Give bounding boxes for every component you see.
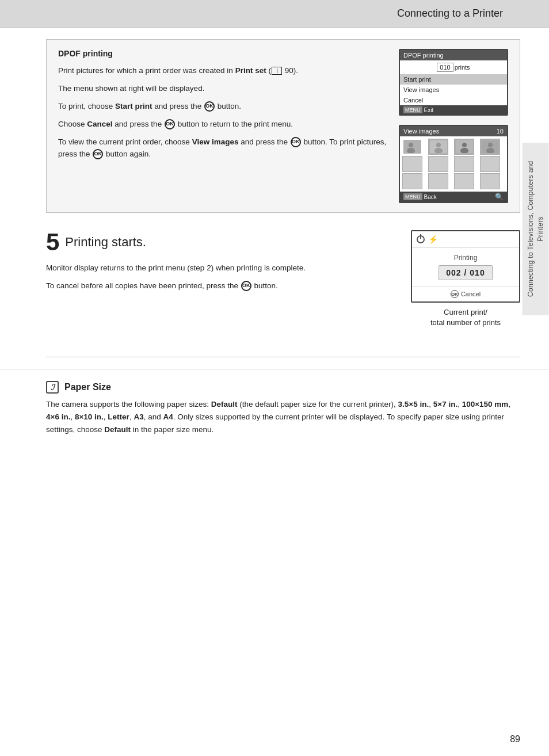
screen1-view-images: View images [400,85,507,95]
thumb-1 [402,139,422,155]
thumb-7 [454,156,474,172]
thumb-5 [402,156,422,172]
svg-point-4 [436,143,441,147]
screen2-title: View images [403,128,439,135]
page-title: Connecting to a Printer [397,7,503,20]
thumb-12 [480,173,500,189]
dpof-para-1: Print pictures for which a print order w… [58,65,387,77]
screen1-prints-label: prints [455,64,470,71]
screen2-footer-text: Back [424,194,437,200]
thumb-3 [454,139,474,155]
screen2-menu-label: MENU [403,193,422,200]
screen1-footer: MENU Exit [400,105,507,114]
thumb-9 [402,173,422,189]
thumbnails-grid [400,136,507,192]
printing-counter: 002 / 010 [439,265,492,280]
step5-para-1: Monitor display returns to the print men… [46,262,399,274]
dpof-section: DPOF printing Print pictures for which a… [46,39,520,213]
paper-size-section: ℐ Paper Size The camera supports the fol… [0,369,549,447]
screen2-header: View images 10 [400,126,507,136]
step5-right: ⚡ Printing 002 / 010 OK Cancel Current p… [411,230,520,328]
printing-caption: Current print/total number of prints [430,307,501,328]
thumb-2 [428,139,448,155]
thumb-11 [454,173,474,189]
screen1-prints-row: 010 prints [400,60,507,74]
side-label: Connecting to Televisions, Computers and… [523,143,549,315]
magnify-icon: 🔍 [495,193,504,201]
main-content: DPOF printing Print pictures for which a… [0,28,549,357]
paper-size-text: The camera supports the following paper … [46,398,520,436]
dpof-right: DPOF printing 010 prints Start print Vie… [399,49,508,203]
step5-heading-row: 5 Printing starts. [46,230,399,257]
dpof-para-4: Choose Cancel and press the OK button to… [58,119,387,131]
thumb-6 [428,156,448,172]
thumb-10 [428,173,448,189]
step5-para-2: To cancel before all copies have been pr… [46,280,399,292]
step5-left: 5 Printing starts. Monitor display retur… [46,230,399,328]
screen1-cancel: Cancel [400,95,507,105]
paper-size-title: Paper Size [64,382,111,392]
ok-icon-small: OK [451,290,459,298]
page-header: Connecting to a Printer [0,0,549,28]
printing-footer: OK Cancel [412,286,519,301]
note-icon: ℐ [46,381,59,394]
dpof-title: DPOF printing [58,49,387,58]
screen2-count: 10 [497,128,504,135]
lightning-icon: ⚡ [428,235,438,244]
printing-screen: ⚡ Printing 002 / 010 OK Cancel [411,230,520,303]
paper-size-header: ℐ Paper Size [46,381,520,394]
svg-point-10 [488,143,493,147]
thumb-4 [480,139,500,155]
screen1-menu-label: MENU [403,106,422,113]
printing-cancel-label: Cancel [461,291,481,297]
printing-screen-body: Printing 002 / 010 [412,248,519,286]
printing-screen-top: ⚡ [412,231,519,248]
screen1-footer-text: Exit [424,107,434,113]
side-label-text: Connecting to Televisions, Computers and… [526,160,546,298]
dpof-para-5: To view the current print order, choose … [58,136,387,161]
screen1-start-print: Start print [400,74,507,85]
section-divider [46,357,520,357]
thumb-8 [480,156,500,172]
screen1-prints-value: 010 [437,63,453,72]
step5-title: Printing starts. [65,230,146,250]
step5-number: 5 [46,230,59,254]
screen1-title: DPOF printing [400,50,507,60]
svg-point-7 [462,143,467,147]
dpof-para-2: The menu shown at right will be displaye… [58,83,387,95]
dpof-screen-1: DPOF printing 010 prints Start print Vie… [399,49,508,116]
step5-section: 5 Printing starts. Monitor display retur… [46,230,520,328]
power-icon [417,235,425,243]
printing-label: Printing [417,254,514,262]
dpof-left: DPOF printing Print pictures for which a… [58,49,387,203]
screen2-footer: MENU Back 🔍 [400,192,507,202]
page-number: 89 [510,734,520,744]
svg-point-1 [409,143,413,147]
dpof-screen-2: View images 10 [399,125,508,203]
dpof-para-3: To print, choose Start print and press t… [58,101,387,113]
